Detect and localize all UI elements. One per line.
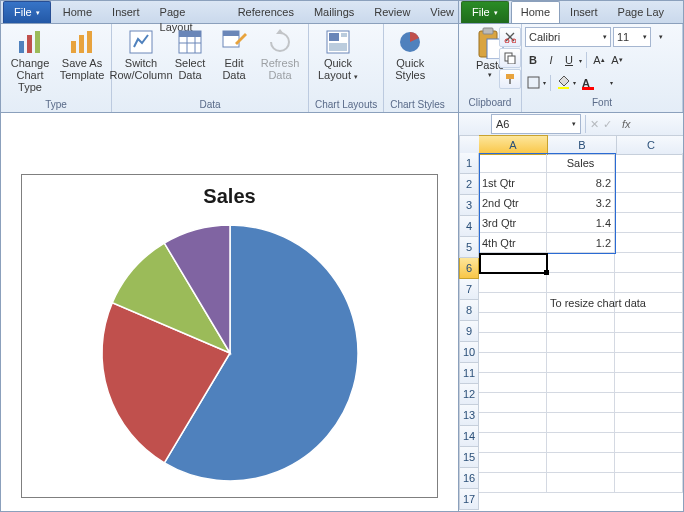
cell[interactable]: 1.4 xyxy=(547,213,615,233)
cell[interactable] xyxy=(615,153,683,173)
row-header[interactable]: 3 xyxy=(459,195,479,216)
tab-home[interactable]: Home xyxy=(53,1,102,23)
row-header[interactable]: 7 xyxy=(459,279,479,300)
cell[interactable] xyxy=(479,353,547,373)
cell[interactable]: 2nd Qtr xyxy=(479,193,547,213)
tab-home[interactable]: Home xyxy=(511,1,560,23)
border-button[interactable] xyxy=(525,74,541,92)
edit-data-button[interactable]: Edit Data xyxy=(216,27,252,81)
cell[interactable] xyxy=(615,273,683,293)
cell[interactable] xyxy=(615,413,683,433)
tab-mailings[interactable]: Mailings xyxy=(304,1,364,23)
cell[interactable] xyxy=(615,313,683,333)
row-header[interactable]: 2 xyxy=(459,174,479,195)
row-header[interactable]: 15 xyxy=(459,447,479,468)
fill-color-button[interactable] xyxy=(555,74,571,92)
tab-page-layout[interactable]: Page Layout xyxy=(150,1,228,23)
cell[interactable]: To resize chart data xyxy=(547,293,615,313)
underline-button[interactable]: U xyxy=(561,51,577,69)
cell[interactable]: Sales xyxy=(547,153,615,173)
row-header[interactable]: 14 xyxy=(459,426,479,447)
row-header[interactable]: 8 xyxy=(459,300,479,321)
row-header[interactable]: 10 xyxy=(459,342,479,363)
cell[interactable]: 1.2 xyxy=(547,233,615,253)
cell[interactable] xyxy=(615,453,683,473)
cell[interactable] xyxy=(615,233,683,253)
cell[interactable] xyxy=(615,393,683,413)
cell[interactable] xyxy=(615,173,683,193)
cell[interactable] xyxy=(547,453,615,473)
row-header[interactable]: 11 xyxy=(459,363,479,384)
quick-layout-button[interactable]: Quick Layout ▾ xyxy=(315,27,361,83)
cell[interactable]: 1st Qtr xyxy=(479,173,547,193)
cell[interactable] xyxy=(547,273,615,293)
decrease-font-button[interactable]: A▾ xyxy=(609,51,625,69)
select-all-corner[interactable] xyxy=(459,135,481,155)
cell[interactable] xyxy=(615,193,683,213)
cell[interactable]: 3.2 xyxy=(547,193,615,213)
save-as-template-button[interactable]: Save As Template xyxy=(59,27,105,81)
cell[interactable] xyxy=(547,473,615,493)
cell[interactable]: 3rd Qtr xyxy=(479,213,547,233)
cell[interactable] xyxy=(479,453,547,473)
font-size-combo[interactable]: 11▾ xyxy=(613,27,651,47)
cell[interactable] xyxy=(479,413,547,433)
cell[interactable]: 4th Qtr xyxy=(479,233,547,253)
tab-view[interactable]: View xyxy=(420,1,459,23)
row-header[interactable]: 17 xyxy=(459,489,479,510)
cell[interactable] xyxy=(479,293,547,313)
cell[interactable] xyxy=(479,253,547,273)
fx-icon[interactable]: fx xyxy=(622,118,636,130)
cell[interactable] xyxy=(615,213,683,233)
cell[interactable]: 8.2 xyxy=(547,173,615,193)
cell[interactable] xyxy=(479,473,547,493)
copy-button[interactable] xyxy=(499,48,521,68)
cell[interactable] xyxy=(615,353,683,373)
chart-object[interactable]: Sales xyxy=(21,174,438,498)
cell[interactable] xyxy=(615,333,683,353)
row-header[interactable]: 13 xyxy=(459,405,479,426)
cut-button[interactable] xyxy=(499,27,521,47)
italic-button[interactable]: I xyxy=(543,51,559,69)
cell[interactable] xyxy=(479,313,547,333)
row-header[interactable]: 9 xyxy=(459,321,479,342)
cell[interactable] xyxy=(479,373,547,393)
row-header[interactable]: 12 xyxy=(459,384,479,405)
tab-references[interactable]: References xyxy=(228,1,304,23)
cell[interactable] xyxy=(547,333,615,353)
bold-button[interactable]: B xyxy=(525,51,541,69)
cell[interactable] xyxy=(479,153,547,173)
file-tab[interactable]: File▾ xyxy=(461,1,509,23)
col-header-a[interactable]: A xyxy=(479,135,548,155)
cell[interactable] xyxy=(547,413,615,433)
row-header[interactable]: 6 xyxy=(459,258,479,279)
format-painter-button[interactable] xyxy=(499,69,521,89)
cell[interactable] xyxy=(479,433,547,453)
file-tab[interactable]: File▾ xyxy=(3,1,51,23)
font-name-combo[interactable]: Calibri▾ xyxy=(525,27,611,47)
col-header-b[interactable]: B xyxy=(548,135,617,155)
cell[interactable] xyxy=(615,473,683,493)
chevron-down-icon[interactable]: ▾ xyxy=(653,28,669,46)
cell[interactable] xyxy=(615,253,683,273)
cell[interactable] xyxy=(547,393,615,413)
cell[interactable] xyxy=(479,273,547,293)
row-header[interactable]: 16 xyxy=(459,468,479,489)
increase-font-button[interactable]: A▴ xyxy=(591,51,607,69)
row-header[interactable]: 5 xyxy=(459,237,479,258)
cancel-icon[interactable]: ✕ xyxy=(590,118,599,131)
cell[interactable] xyxy=(479,333,547,353)
tab-page-layout[interactable]: Page Lay xyxy=(608,1,667,23)
cell[interactable] xyxy=(615,373,683,393)
col-header-c[interactable]: C xyxy=(617,135,683,155)
select-data-button[interactable]: Select Data xyxy=(170,27,210,81)
cell[interactable] xyxy=(479,393,547,413)
cell[interactable] xyxy=(547,313,615,333)
row-header[interactable]: 1 xyxy=(459,153,479,174)
tab-review[interactable]: Review xyxy=(364,1,420,23)
chart-title[interactable]: Sales xyxy=(22,185,437,208)
enter-icon[interactable]: ✓ xyxy=(603,118,612,131)
cell[interactable] xyxy=(547,373,615,393)
quick-styles-button[interactable]: Quick Styles xyxy=(390,27,430,81)
tab-insert[interactable]: Insert xyxy=(560,1,608,23)
